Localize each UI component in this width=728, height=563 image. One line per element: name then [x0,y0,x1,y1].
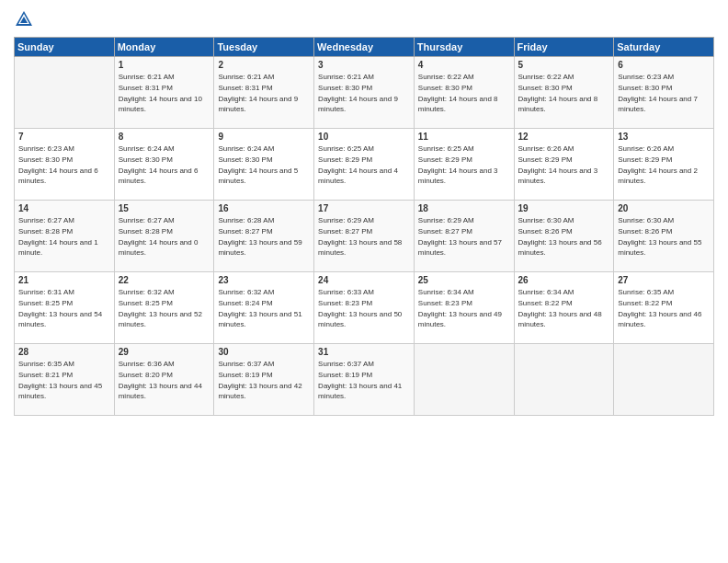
weekday-tuesday: Tuesday [214,38,314,57]
day-number: 20 [618,203,710,213]
day-number: 23 [218,275,310,285]
weekday-header-row: SundayMondayTuesdayWednesdayThursdayFrid… [15,38,714,57]
calendar-cell: 20Sunrise: 6:30 AMSunset: 8:26 PMDayligh… [614,201,714,272]
day-number: 31 [318,347,410,357]
day-number: 6 [618,60,710,70]
day-info: Sunrise: 6:37 AMSunset: 8:19 PMDaylight:… [218,360,301,400]
logo-icon [14,9,34,29]
weekday-friday: Friday [514,38,614,57]
calendar-week-4: 21Sunrise: 6:31 AMSunset: 8:25 PMDayligh… [15,272,714,344]
day-info: Sunrise: 6:27 AMSunset: 8:28 PMDaylight:… [119,216,199,257]
day-info: Sunrise: 6:32 AMSunset: 8:25 PMDaylight:… [119,288,202,328]
day-info: Sunrise: 6:32 AMSunset: 8:24 PMDaylight:… [218,288,301,328]
day-number: 4 [418,60,510,70]
calendar-cell: 8Sunrise: 6:24 AMSunset: 8:30 PMDaylight… [114,129,214,201]
day-number: 2 [218,60,310,70]
day-number: 27 [618,275,710,285]
day-number: 9 [218,132,310,142]
day-info: Sunrise: 6:35 AMSunset: 8:22 PMDaylight:… [618,288,701,328]
calendar-cell: 10Sunrise: 6:25 AMSunset: 8:29 PMDayligh… [314,129,415,201]
calendar-cell: 30Sunrise: 6:37 AMSunset: 8:19 PMDayligh… [214,344,314,416]
calendar-cell: 21Sunrise: 6:31 AMSunset: 8:25 PMDayligh… [15,272,115,344]
header [14,9,714,29]
calendar-week-1: 1Sunrise: 6:21 AMSunset: 8:31 PMDaylight… [15,57,714,129]
calendar-cell: 27Sunrise: 6:35 AMSunset: 8:22 PMDayligh… [614,272,714,344]
day-info: Sunrise: 6:25 AMSunset: 8:29 PMDaylight:… [318,144,398,185]
day-info: Sunrise: 6:22 AMSunset: 8:30 PMDaylight:… [418,73,498,113]
day-number: 5 [518,60,610,70]
calendar-cell [414,344,514,416]
day-number: 24 [318,275,410,285]
day-info: Sunrise: 6:23 AMSunset: 8:30 PMDaylight:… [618,73,698,113]
calendar-cell: 6Sunrise: 6:23 AMSunset: 8:30 PMDaylight… [614,57,714,129]
calendar-cell: 11Sunrise: 6:25 AMSunset: 8:29 PMDayligh… [414,129,514,201]
calendar-cell: 13Sunrise: 6:26 AMSunset: 8:29 PMDayligh… [614,129,714,201]
calendar-cell: 17Sunrise: 6:29 AMSunset: 8:27 PMDayligh… [314,201,415,272]
day-info: Sunrise: 6:24 AMSunset: 8:30 PMDaylight:… [119,144,199,185]
calendar-cell [15,57,115,129]
day-number: 11 [418,132,510,142]
day-number: 3 [318,60,410,70]
day-number: 29 [119,347,210,357]
day-number: 16 [218,203,310,213]
day-info: Sunrise: 6:31 AMSunset: 8:25 PMDaylight:… [18,288,102,328]
day-info: Sunrise: 6:37 AMSunset: 8:19 PMDaylight:… [318,360,402,400]
day-info: Sunrise: 6:22 AMSunset: 8:30 PMDaylight:… [518,73,598,113]
day-info: Sunrise: 6:21 AMSunset: 8:31 PMDaylight:… [218,73,298,113]
day-info: Sunrise: 6:25 AMSunset: 8:29 PMDaylight:… [418,144,498,185]
calendar-cell: 22Sunrise: 6:32 AMSunset: 8:25 PMDayligh… [114,272,214,344]
calendar-cell: 1Sunrise: 6:21 AMSunset: 8:31 PMDaylight… [114,57,214,129]
day-number: 30 [218,347,310,357]
day-info: Sunrise: 6:26 AMSunset: 8:29 PMDaylight:… [618,144,698,185]
calendar-cell: 29Sunrise: 6:36 AMSunset: 8:20 PMDayligh… [114,344,214,416]
weekday-sunday: Sunday [15,38,115,57]
calendar-body: 1Sunrise: 6:21 AMSunset: 8:31 PMDaylight… [15,57,714,416]
calendar-cell: 15Sunrise: 6:27 AMSunset: 8:28 PMDayligh… [114,201,214,272]
calendar-cell: 31Sunrise: 6:37 AMSunset: 8:19 PMDayligh… [314,344,415,416]
day-info: Sunrise: 6:35 AMSunset: 8:21 PMDaylight:… [18,360,102,400]
day-number: 15 [119,203,210,213]
calendar-cell: 4Sunrise: 6:22 AMSunset: 8:30 PMDaylight… [414,57,514,129]
day-number: 14 [18,203,110,213]
calendar-cell: 9Sunrise: 6:24 AMSunset: 8:30 PMDaylight… [214,129,314,201]
weekday-monday: Monday [114,38,214,57]
calendar-cell: 7Sunrise: 6:23 AMSunset: 8:30 PMDaylight… [15,129,115,201]
calendar-cell: 14Sunrise: 6:27 AMSunset: 8:28 PMDayligh… [15,201,115,272]
day-info: Sunrise: 6:21 AMSunset: 8:30 PMDaylight:… [318,73,398,113]
day-info: Sunrise: 6:29 AMSunset: 8:27 PMDaylight:… [318,216,402,257]
day-number: 22 [119,275,210,285]
day-number: 7 [18,132,110,142]
day-number: 25 [418,275,510,285]
day-info: Sunrise: 6:23 AMSunset: 8:30 PMDaylight:… [18,144,98,185]
calendar-cell: 24Sunrise: 6:33 AMSunset: 8:23 PMDayligh… [314,272,415,344]
day-number: 12 [518,132,610,142]
calendar-cell: 25Sunrise: 6:34 AMSunset: 8:23 PMDayligh… [414,272,514,344]
calendar-week-5: 28Sunrise: 6:35 AMSunset: 8:21 PMDayligh… [15,344,714,416]
calendar-table: SundayMondayTuesdayWednesdayThursdayFrid… [14,37,714,416]
day-info: Sunrise: 6:24 AMSunset: 8:30 PMDaylight:… [218,144,298,185]
page: SundayMondayTuesdayWednesdayThursdayFrid… [0,0,728,563]
calendar-cell: 18Sunrise: 6:29 AMSunset: 8:27 PMDayligh… [414,201,514,272]
day-info: Sunrise: 6:27 AMSunset: 8:28 PMDaylight:… [18,216,98,257]
calendar-cell: 12Sunrise: 6:26 AMSunset: 8:29 PMDayligh… [514,129,614,201]
calendar-cell: 26Sunrise: 6:34 AMSunset: 8:22 PMDayligh… [514,272,614,344]
calendar-cell: 23Sunrise: 6:32 AMSunset: 8:24 PMDayligh… [214,272,314,344]
logo [14,9,41,29]
weekday-wednesday: Wednesday [314,38,415,57]
day-number: 13 [618,132,710,142]
day-number: 19 [518,203,610,213]
day-info: Sunrise: 6:26 AMSunset: 8:29 PMDaylight:… [518,144,598,185]
day-number: 28 [18,347,110,357]
day-info: Sunrise: 6:33 AMSunset: 8:23 PMDaylight:… [318,288,402,328]
day-info: Sunrise: 6:36 AMSunset: 8:20 PMDaylight:… [119,360,202,400]
calendar-week-2: 7Sunrise: 6:23 AMSunset: 8:30 PMDaylight… [15,129,714,201]
day-number: 18 [418,203,510,213]
day-info: Sunrise: 6:34 AMSunset: 8:22 PMDaylight:… [518,288,602,328]
day-info: Sunrise: 6:34 AMSunset: 8:23 PMDaylight:… [418,288,502,328]
day-info: Sunrise: 6:29 AMSunset: 8:27 PMDaylight:… [418,216,502,257]
day-number: 21 [18,275,110,285]
day-info: Sunrise: 6:30 AMSunset: 8:26 PMDaylight:… [518,216,602,257]
weekday-saturday: Saturday [614,38,714,57]
day-number: 1 [119,60,210,70]
day-info: Sunrise: 6:21 AMSunset: 8:31 PMDaylight:… [119,73,202,113]
